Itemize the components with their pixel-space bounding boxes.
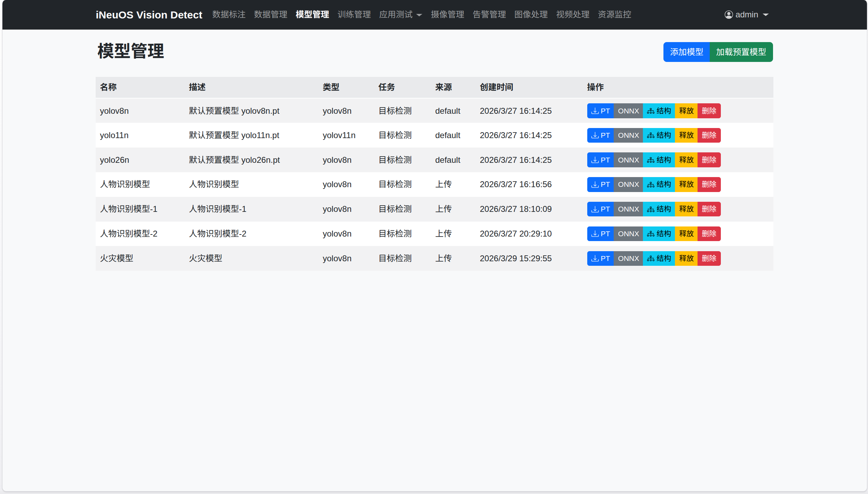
release-button[interactable]: 释放: [675, 177, 698, 192]
cell-created: 2026/3/27 16:16:56: [476, 172, 583, 197]
chevron-down-icon: [416, 14, 422, 16]
page-actions: 添加模型 加载预置模型: [663, 42, 773, 62]
release-button[interactable]: 释放: [675, 226, 698, 241]
download-icon: [591, 107, 599, 114]
row-action-group: PT ONNX 结构 释放 删除: [587, 128, 770, 143]
cell-source: 上传: [431, 172, 476, 197]
user-menu[interactable]: admin: [720, 4, 773, 25]
download-onnx-button[interactable]: ONNX: [614, 251, 643, 266]
structure-button[interactable]: 结构: [643, 128, 676, 143]
download-icon: [591, 206, 599, 213]
cell-description: 火灾模型: [185, 246, 319, 271]
download-onnx-button[interactable]: ONNX: [614, 177, 643, 192]
cell-created: 2026/3/29 15:29:55: [476, 246, 583, 271]
nav-item: 数据标注: [208, 4, 250, 25]
nav-link-resource-monitor[interactable]: 资源监控: [594, 4, 635, 25]
cell-task: 目标检测: [374, 222, 431, 246]
structure-button[interactable]: 结构: [643, 177, 676, 192]
cell-created: 2026/3/27 18:10:09: [476, 197, 583, 222]
delete-button[interactable]: 删除: [698, 251, 721, 266]
column-header[interactable]: 创建时间: [476, 77, 583, 98]
download-pt-button[interactable]: PT: [587, 128, 614, 143]
delete-button[interactable]: 删除: [698, 177, 721, 192]
table-body: yolov8n 默认预置模型 yolov8n.pt yolov8n 目标检测 d…: [96, 98, 773, 271]
load-preset-models-button[interactable]: 加载预置模型: [710, 42, 773, 62]
cell-description: 默认预置模型 yolo11n.pt: [185, 123, 319, 148]
download-onnx-button[interactable]: ONNX: [614, 128, 643, 143]
cell-created: 2026/3/27 20:29:10: [476, 222, 583, 246]
download-pt-button[interactable]: PT: [587, 251, 614, 266]
download-pt-button[interactable]: PT: [587, 103, 614, 118]
table-row: 人物识别模型-1 人物识别模型-1 yolov8n 目标检测 上传 2026/3…: [96, 197, 773, 222]
table-row: yolo26n 默认预置模型 yolo26n.pt yolov8n 目标检测 d…: [96, 148, 773, 172]
add-model-button[interactable]: 添加模型: [663, 42, 710, 62]
delete-button[interactable]: 删除: [698, 202, 721, 217]
download-pt-button[interactable]: PT: [587, 226, 614, 241]
release-button[interactable]: 释放: [675, 251, 698, 266]
column-header[interactable]: 操作: [583, 77, 774, 98]
brand-logo[interactable]: iNeuOS Vision Detect: [96, 7, 202, 23]
release-button[interactable]: 释放: [675, 103, 698, 118]
structure-button[interactable]: 结构: [643, 251, 676, 266]
download-onnx-button[interactable]: ONNX: [614, 103, 643, 118]
cell-created: 2026/3/27 16:14:25: [476, 148, 583, 172]
release-button[interactable]: 释放: [675, 202, 698, 217]
delete-button[interactable]: 删除: [698, 103, 721, 118]
download-icon: [591, 132, 599, 139]
diagram-icon: [647, 107, 654, 114]
cell-actions: PT ONNX 结构 释放 删除: [583, 123, 774, 148]
column-header[interactable]: 类型: [319, 77, 374, 98]
table-row: 人物识别模型 人物识别模型 yolov8n 目标检测 上传 2026/3/27 …: [96, 172, 773, 197]
nav-link-image-process[interactable]: 图像处理: [510, 4, 552, 25]
column-header[interactable]: 来源: [431, 77, 476, 98]
cell-type: yolov8n: [319, 197, 374, 222]
structure-button[interactable]: 结构: [643, 202, 676, 217]
cell-source: 上传: [431, 197, 476, 222]
nav-link-alarm-manage[interactable]: 告警管理: [468, 4, 510, 25]
release-button[interactable]: 释放: [675, 152, 698, 167]
nav-item: 视频处理: [552, 4, 594, 25]
structure-button[interactable]: 结构: [643, 226, 676, 241]
column-header[interactable]: 名称: [96, 77, 185, 98]
nav-item: 数据管理: [250, 4, 292, 25]
row-action-group: PT ONNX 结构 释放 删除: [587, 226, 770, 241]
download-pt-button[interactable]: PT: [587, 152, 614, 167]
nav-item: 图像处理: [510, 4, 552, 25]
column-header[interactable]: 任务: [374, 77, 431, 98]
diagram-icon: [647, 230, 654, 237]
main-nav: 数据标注 数据管理 模型管理 训练管理 应用测试 摄像管理 告警管理 图像处理 …: [208, 4, 636, 25]
nav-link-model-manage[interactable]: 模型管理: [292, 4, 333, 25]
cell-task: 目标检测: [374, 148, 431, 172]
delete-button[interactable]: 删除: [698, 128, 721, 143]
release-button[interactable]: 释放: [675, 128, 698, 143]
delete-button[interactable]: 删除: [698, 152, 721, 167]
structure-button[interactable]: 结构: [643, 103, 676, 118]
cell-source: 上传: [431, 246, 476, 271]
nav-link-data-label[interactable]: 数据标注: [208, 4, 250, 25]
nav-link-video-process[interactable]: 视频处理: [552, 4, 594, 25]
cell-name: yolo26n: [96, 148, 185, 172]
delete-button[interactable]: 删除: [698, 226, 721, 241]
cell-type: yolov11n: [319, 123, 374, 148]
nav-link-train-manage[interactable]: 训练管理: [333, 4, 375, 25]
page-header: 模型管理 添加模型 加载预置模型: [96, 42, 773, 62]
cell-actions: PT ONNX 结构 释放 删除: [583, 222, 774, 246]
nav-item: 告警管理: [468, 4, 510, 25]
cell-created: 2026/3/27 16:14:25: [476, 123, 583, 148]
nav-link-app-test[interactable]: 应用测试: [375, 4, 427, 25]
download-onnx-button[interactable]: ONNX: [614, 202, 643, 217]
download-pt-button[interactable]: PT: [587, 177, 614, 192]
nav-link-camera-manage[interactable]: 摄像管理: [427, 4, 468, 25]
nav-link-data-manage[interactable]: 数据管理: [250, 4, 292, 25]
download-pt-button[interactable]: PT: [587, 202, 614, 217]
download-onnx-button[interactable]: ONNX: [614, 226, 643, 241]
cell-description: 人物识别模型: [185, 172, 319, 197]
chevron-down-icon: [763, 14, 769, 16]
cell-task: 目标检测: [374, 123, 431, 148]
diagram-icon: [647, 255, 654, 262]
row-action-group: PT ONNX 结构 释放 删除: [587, 251, 770, 266]
structure-button[interactable]: 结构: [643, 152, 676, 167]
cell-description: 默认预置模型 yolo26n.pt: [185, 148, 319, 172]
column-header[interactable]: 描述: [185, 77, 319, 98]
download-onnx-button[interactable]: ONNX: [614, 152, 643, 167]
